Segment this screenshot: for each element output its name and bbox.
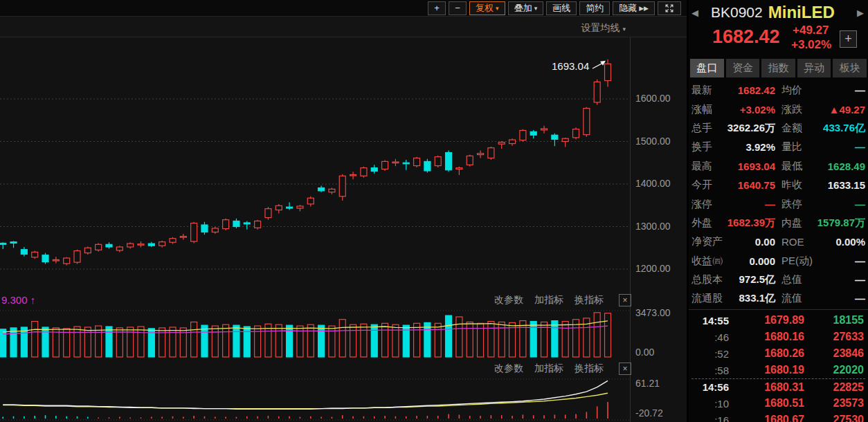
tab-异动[interactable]: 异动	[797, 59, 831, 77]
field-value: 1579.87万	[814, 217, 865, 230]
tick-row[interactable]: 14:561680.3122825	[691, 378, 865, 395]
field-label: 今开	[691, 178, 724, 192]
field-value: —	[814, 141, 865, 153]
close-icon[interactable]: ×	[619, 294, 631, 306]
tick-row[interactable]: :521680.2623846	[691, 345, 865, 362]
edit-params-button[interactable]: 改参数	[494, 363, 523, 375]
tick-row[interactable]: :581680.1922020	[691, 362, 865, 378]
volume-bar	[244, 327, 250, 357]
tab-指数[interactable]: 指数	[761, 59, 795, 77]
draw-line-button[interactable]: 画线	[546, 1, 577, 15]
candle-body	[255, 221, 261, 228]
overlay-dropdown[interactable]: 叠加▾	[508, 1, 544, 15]
volume-bar	[382, 323, 388, 357]
close-icon[interactable]: ×	[619, 363, 631, 375]
prev-symbol-button[interactable]: ◀	[689, 8, 701, 18]
chart-region: + − 复权▾ 叠加▾ 画线 简约 隐藏▶▶ 设置均线 ▾	[0, 0, 687, 422]
section-divider	[689, 309, 868, 310]
adjust-mode-dropdown[interactable]: 复权▾	[469, 1, 505, 15]
tick-price: 1680.67	[729, 414, 815, 422]
tick-row[interactable]: :161680.6727530	[691, 412, 865, 422]
fullscreen-button[interactable]	[658, 1, 681, 15]
field-value: 0.00%	[814, 236, 865, 248]
symbol-code: BK0902	[711, 4, 763, 21]
tab-盘口[interactable]: 盘口	[690, 59, 724, 77]
candle-body	[191, 223, 197, 241]
up-arrow-icon: ↑	[30, 294, 36, 306]
tick-list[interactable]: 14:551679.8918155:461680.1627633:521680.…	[691, 312, 865, 422]
field-label: PE(动)	[781, 255, 814, 268]
candle-body	[467, 156, 473, 165]
field-value: +3.02%	[724, 104, 775, 116]
volume-bar	[361, 324, 367, 357]
zoom-in-label: +	[434, 3, 440, 13]
chevron-down-icon: ▾	[622, 26, 626, 33]
field-label: 跌停	[781, 198, 814, 211]
candlestick-chart[interactable]	[0, 37, 687, 291]
field-value: 3262.26万	[724, 122, 775, 135]
quote-field-row: 涨停—跌停—	[691, 194, 865, 213]
candle-body	[127, 244, 134, 247]
candle-body	[573, 129, 579, 138]
volume-bar	[498, 322, 505, 357]
ma-settings-dropdown[interactable]: 设置均线 ▾	[581, 22, 626, 35]
candle-body	[116, 247, 123, 250]
indicator-axis-min: -20.72	[635, 407, 663, 419]
candle-body	[64, 258, 70, 264]
candle-body	[541, 129, 548, 130]
hide-button[interactable]: 隐藏▶▶	[613, 1, 655, 15]
add-to-watchlist-button[interactable]: +	[840, 30, 857, 48]
volume-bar	[594, 313, 600, 357]
field-value: 1682.42	[724, 84, 775, 96]
volume-indicator-value: 9.300 ↑	[1, 294, 35, 306]
tick-time: :10	[691, 398, 729, 410]
volume-bar	[318, 325, 325, 357]
candle-body	[318, 188, 325, 191]
candle-body	[594, 82, 600, 102]
tick-volume: 27633	[815, 331, 865, 343]
switch-indicator-button[interactable]: 换指标	[575, 294, 604, 306]
overlay-label: 叠加	[514, 2, 532, 15]
tick-row[interactable]: :461680.1627633	[691, 329, 865, 345]
zoom-out-button[interactable]: −	[449, 1, 467, 15]
field-value: —	[814, 199, 865, 210]
hide-label: 隐藏	[619, 2, 637, 15]
quote-field-row: 最新1682.42均价—	[691, 81, 865, 100]
volume-bar	[21, 327, 27, 357]
field-value: 1640.75	[724, 179, 775, 191]
candle-body	[212, 228, 218, 232]
zoom-in-button[interactable]: +	[428, 1, 446, 15]
candle-body	[403, 163, 409, 164]
field-value: —	[814, 293, 865, 304]
tick-row[interactable]: 14:551679.8918155	[691, 312, 865, 329]
edit-params-button[interactable]: 改参数	[494, 294, 523, 306]
tick-time: :52	[691, 348, 729, 360]
add-indicator-button[interactable]: 加指标	[534, 363, 563, 375]
volume-bar	[339, 320, 345, 357]
tick-row[interactable]: :101680.5123573	[691, 395, 865, 412]
candle-body	[138, 244, 144, 246]
candle-body	[10, 242, 17, 244]
next-symbol-button[interactable]: ▶	[854, 8, 867, 18]
candle-body	[96, 244, 102, 250]
volume-bar	[371, 324, 377, 357]
volume-bar	[424, 322, 431, 357]
add-indicator-button[interactable]: 加指标	[534, 294, 563, 306]
field-label: 涨幅	[691, 103, 724, 116]
simple-mode-button[interactable]: 简约	[579, 1, 610, 15]
tab-板块[interactable]: 板块	[833, 59, 867, 77]
field-value: 433.76亿	[814, 122, 865, 135]
chart-toolbar: + − 复权▾ 叠加▾ 画线 简约 隐藏▶▶	[0, 0, 687, 17]
tick-price: 1680.16	[729, 331, 815, 343]
candle-body	[562, 138, 568, 141]
switch-indicator-button[interactable]: 换指标	[575, 363, 604, 375]
volume-bar	[530, 322, 536, 357]
volume-bar	[201, 325, 208, 357]
field-value: ▲49.27	[814, 104, 865, 116]
field-label: 最高	[691, 160, 724, 173]
field-label: 流值	[781, 292, 814, 305]
candle-body	[21, 250, 27, 255]
tick-price: 1680.19	[729, 364, 815, 376]
volume-bar	[392, 324, 399, 357]
tab-资金[interactable]: 资金	[726, 59, 760, 77]
